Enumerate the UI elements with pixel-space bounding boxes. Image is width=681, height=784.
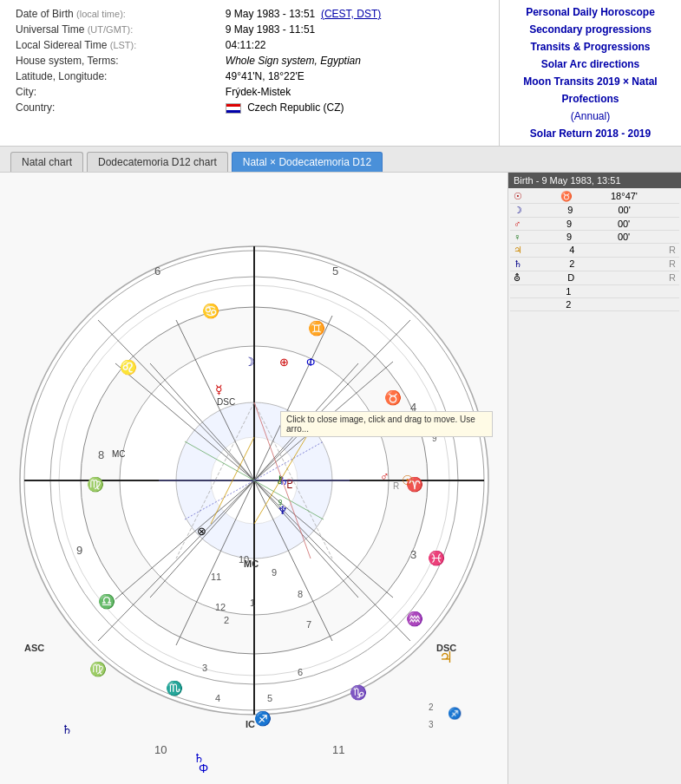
leo-symbol: ♌ [120, 359, 137, 376]
latlon-label: Latitude, Longitude: [12, 69, 220, 83]
tab-natal-dodecatemoria[interactable]: Natal × Dodecatemoria D12 [232, 152, 383, 172]
outer-house-6: 6 [154, 265, 160, 278]
birth-row: ⛢ D R [510, 271, 679, 285]
link-transits-progressions[interactable]: Transits & Progressions [507, 38, 674, 56]
house-5: 5 [267, 693, 272, 703]
house-8: 8 [298, 589, 303, 599]
pisces-symbol: ♓ [428, 550, 445, 566]
scorpio-symbol: ♏ [166, 680, 183, 696]
city-label: City: [12, 85, 220, 99]
link-personal-horoscope[interactable]: Personal Daily Horoscope [507, 3, 674, 21]
outer-house-9: 9 [76, 544, 82, 557]
symbol-phi: Φ [306, 356, 315, 369]
birth-row: ♄ 2 R [510, 258, 679, 271]
dob-label: Date of Birth (local time): [12, 7, 220, 21]
dob-value: 9 May 1983 - 13:51 (CEST, DST) [222, 7, 487, 21]
deg-marker-3: 3 [429, 720, 434, 729]
house-3: 3 [202, 663, 207, 673]
libra-symbol: ♎ [98, 593, 115, 610]
asc-label: ASC [24, 643, 44, 653]
natal-chart-svg[interactable]: ASC DSC MC IC 1 2 3 4 5 6 7 8 9 10 11 [11, 181, 497, 780]
mc-left-label: MC [112, 449, 126, 459]
house-12: 12 [215, 602, 226, 612]
sat-r-label: R [393, 481, 399, 491]
outer-house-11: 11 [332, 743, 344, 756]
outer-house-8: 8 [98, 448, 104, 461]
link-solar-arc[interactable]: Solar Arc directions [507, 56, 674, 73]
outer-house-3: 3 [410, 548, 416, 561]
cancer-symbol: ♋ [202, 303, 219, 319]
birth-row: ♂ 9 00' [510, 218, 679, 231]
house-2: 2 [224, 615, 229, 625]
house-6: 6 [298, 667, 303, 677]
birth-row: ♃ 4 R [510, 244, 679, 258]
saturn-outer: ♄ [62, 722, 73, 736]
mercury-symbol: ☿ [215, 382, 223, 396]
page-top: Date of Birth (local time): 9 May 1983 -… [0, 0, 681, 147]
link-solar-return[interactable]: Solar Return 2018 - 2019 [507, 125, 674, 142]
right-links-panel: Personal Daily Horoscope Secondary progr… [499, 0, 681, 146]
deg-marker-4: 2 [429, 702, 434, 712]
taurus-symbol: ♉ [384, 389, 402, 406]
neptune-symbol: ♆ [278, 504, 288, 517]
jupiter-symbol: ♃ [439, 649, 453, 666]
dsc-top-label: DSC [217, 397, 235, 407]
house-11: 11 [211, 572, 221, 582]
house-4: 4 [215, 693, 220, 703]
mars-symbol: ♂ [380, 469, 390, 483]
chart-section: ASC DSC MC IC 1 2 3 4 5 6 7 8 9 10 11 [0, 173, 507, 784]
birth-row: ♀ 9 00' [510, 231, 679, 244]
ut-value: 9 May 1983 - 11:51 [222, 23, 487, 36]
virgo-lower: ♍ [89, 661, 107, 677]
house-7: 7 [306, 619, 311, 630]
birth-row: ☉ ♉ 18°47' [510, 190, 679, 204]
navigation-links: Personal Daily Horoscope Secondary progr… [507, 3, 674, 142]
aquarius-symbol: ♒ [406, 611, 423, 627]
sun-symbol: ☉ [402, 473, 413, 487]
sagittarius-symbol: ♐ [254, 710, 272, 727]
link-moon-transits[interactable]: Moon Transits 2019 × Natal [507, 73, 674, 90]
outer-house-10: 10 [154, 743, 167, 756]
link-secondary-progressions[interactable]: Secondary progressions [507, 21, 674, 38]
gemini-symbol: ♊ [308, 320, 325, 336]
flag-icon [226, 103, 241, 114]
chart-container[interactable]: ASC DSC MC IC 1 2 3 4 5 6 7 8 9 10 11 [0, 173, 507, 784]
link-profections[interactable]: Profections (Annual) [507, 90, 674, 125]
moon-symbol: ☽ [244, 355, 255, 369]
country-value: Czech Republic (CZ) [222, 101, 487, 114]
capricorn-symbol: ♑ [350, 684, 367, 701]
country-label: Country: [12, 101, 220, 114]
birth-row: 2 [510, 298, 679, 311]
tooltip-text: Click to close image, click and drag to … [280, 411, 493, 437]
tab-dodecatemoria[interactable]: Dodecatemoria D12 chart [87, 152, 228, 172]
birth-row: 1 [510, 285, 679, 298]
right-panel: Birth - 9 May 1983, 13:51 ☉ ♉ 18°47' ☽ 9… [507, 173, 681, 784]
house-10: 10 [239, 554, 249, 565]
house-value: Whole Sign system, Egyptian [222, 54, 487, 68]
house-9: 9 [272, 567, 277, 578]
ut-label: Universal Time (UT/GMT): [12, 23, 220, 36]
latlon-value: 49°41'N, 18°22'E [222, 69, 487, 83]
main-layout: ASC DSC MC IC 1 2 3 4 5 6 7 8 9 10 11 [0, 173, 681, 784]
house-label: House system, Terms: [12, 54, 220, 68]
tab-natal-chart[interactable]: Natal chart [10, 152, 83, 172]
lst-label: Local Sidereal Time (LST): [12, 38, 220, 52]
lst-value: 04:11:22 [222, 38, 487, 52]
uranus-symbol: ⊗ [197, 525, 206, 538]
virgo-symbol: ♍ [87, 476, 104, 493]
tab-bar: Natal chart Dodecatemoria D12 chart Nata… [0, 147, 681, 173]
outer-house-5: 5 [332, 265, 338, 278]
chart-wrapper: ASC DSC MC IC 1 2 3 4 5 6 7 8 9 10 11 [11, 181, 497, 780]
house-1: 1 [250, 598, 255, 608]
symbol-cross: ⊕ [279, 356, 289, 369]
birth-panel-header: Birth - 9 May 1983, 13:51 [508, 173, 681, 188]
info-table: Date of Birth (local time): 9 May 1983 -… [10, 5, 488, 116]
city-value: Frýdek-Mistek [222, 85, 487, 99]
birth-data-rows: ☉ ♉ 18°47' ☽ 9 00' ♂ 9 00' ♀ 9 00' [508, 188, 681, 313]
info-section: Date of Birth (local time): 9 May 1983 -… [0, 0, 499, 146]
inner-saturn-blue: ♄ [193, 751, 205, 765]
birth-row: ☽ 9 00' [510, 204, 679, 218]
sag-right: ♐ [448, 706, 462, 721]
